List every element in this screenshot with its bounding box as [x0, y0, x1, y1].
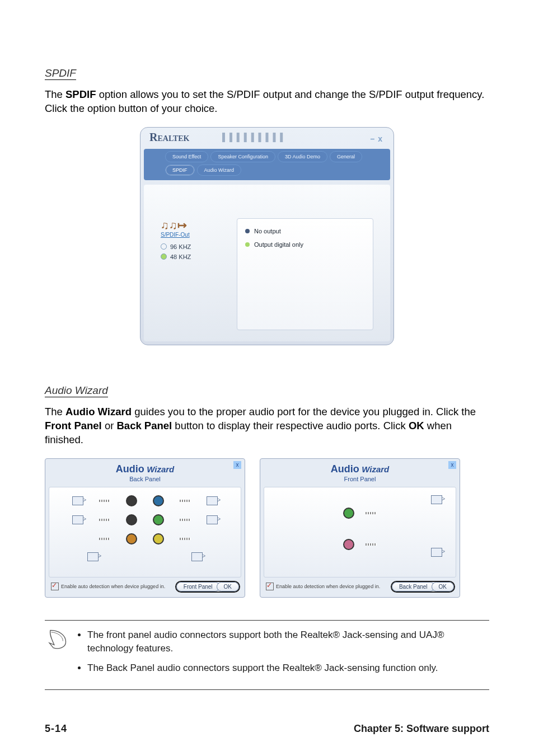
cable-icon	[99, 538, 110, 540]
checkbox-icon	[266, 583, 274, 590]
wizard-title: Audio Wizard	[260, 463, 460, 475]
note-item: The front panel audio connectors support…	[87, 628, 487, 655]
realtek-panel: Realtek ▌▌▌▌▌▌▌▌▌ – x Sound Effect Speak…	[140, 127, 394, 345]
wizard-body	[49, 487, 241, 577]
cable-icon	[180, 500, 191, 502]
wizard-subtitle: Back Panel	[45, 476, 245, 482]
auto-detect-check[interactable]: Enable auto detection when device plugge…	[51, 583, 165, 590]
footer-buttons: Back Panel OK	[392, 582, 454, 591]
section-title-audio-wizard: Audio Wizard	[45, 384, 108, 397]
text-bold: Front Panel	[45, 420, 102, 431]
wizard-row: Audio Wizard Back Panel x	[45, 458, 489, 598]
spdif-out-label[interactable]: S/PDIF-Out	[161, 232, 228, 238]
cable-icon	[99, 500, 110, 502]
text: or	[102, 420, 117, 431]
jack-orange[interactable]	[126, 533, 137, 544]
spdif-paragraph: The SPDIF option allows you to set the S…	[45, 88, 489, 116]
text: option allows you to set the S/PDIF outp…	[45, 88, 484, 114]
close-button[interactable]: x	[233, 461, 241, 469]
title-big: Audio	[331, 463, 359, 475]
jack-blue[interactable]	[153, 495, 164, 506]
opt-output-digital-only[interactable]: Output digital only	[245, 238, 365, 251]
jack-black[interactable]	[126, 495, 137, 506]
freq-label: 48 KHZ	[170, 253, 191, 260]
device-icon	[207, 515, 218, 524]
tab-sound-effect[interactable]: Sound Effect	[165, 151, 208, 162]
text: The	[45, 406, 65, 417]
device-icon	[431, 495, 442, 504]
text-bold: Audio Wizard	[65, 406, 132, 417]
back-panel-button[interactable]: Back Panel	[392, 582, 435, 591]
jack-yellow[interactable]	[153, 533, 164, 544]
freq-96[interactable]: 96 KHZ	[161, 243, 228, 250]
wizard-back-panel: Audio Wizard Back Panel x	[45, 458, 245, 598]
ok-button[interactable]: OK	[432, 582, 454, 591]
cable-icon	[99, 519, 110, 521]
wizard-footer: Enable auto detection when device plugge…	[45, 577, 245, 591]
radio-icon	[161, 243, 167, 250]
opt-no-output[interactable]: No output	[245, 224, 365, 238]
cable-icon	[180, 519, 191, 521]
text: button to display their respective audio…	[172, 420, 409, 431]
panel-body: ♫♫↦ S/PDIF-Out 96 KHZ 48 KHZ No output O…	[144, 185, 390, 341]
page-number: 5-14	[45, 723, 67, 735]
text-bold: SPDIF	[65, 88, 96, 100]
jack-pink[interactable]	[343, 539, 354, 550]
chapter-label: Chapter 5: Software support	[354, 723, 489, 735]
volume-ticks: ▌▌▌▌▌▌▌▌▌	[222, 133, 287, 142]
tab-speaker-config[interactable]: Speaker Configuration	[210, 151, 275, 162]
close-button[interactable]: x	[378, 134, 382, 143]
page-footer: 5-14 Chapter 5: Software support	[45, 723, 489, 735]
jack-black[interactable]	[126, 514, 137, 525]
close-button[interactable]: x	[448, 461, 456, 469]
tab-audio-wizard[interactable]: Audio Wizard	[197, 165, 242, 176]
tab-general[interactable]: General	[330, 151, 362, 162]
jack-green[interactable]	[153, 514, 164, 525]
radio-icon	[245, 242, 250, 247]
auto-detect-label: Enable auto detection when device plugge…	[276, 584, 380, 589]
opt-label: Output digital only	[254, 241, 303, 248]
text-bold: Back Panel	[117, 420, 172, 431]
audio-wizard-paragraph: The Audio Wizard guides you to the prope…	[45, 405, 489, 447]
device-icon	[431, 548, 442, 557]
spdif-icon: ♫♫↦	[161, 218, 228, 232]
radio-icon	[245, 229, 250, 233]
tab-bar: Sound Effect Speaker Configuration 3D Au…	[144, 149, 390, 180]
cable-icon	[366, 512, 377, 514]
wizard-title: Audio Wizard	[45, 463, 245, 475]
wizard-subtitle: Front Panel	[260, 476, 460, 482]
cable-icon	[366, 543, 377, 546]
note-list: The front panel audio connectors support…	[77, 628, 487, 682]
tab-3d-audio-demo[interactable]: 3D Audio Demo	[278, 151, 327, 162]
title-small: Wizard	[147, 464, 174, 474]
device-icon	[191, 552, 203, 561]
auto-detect-check[interactable]: Enable auto detection when device plugge…	[266, 583, 380, 590]
wizard-header: Audio Wizard Front Panel x	[260, 459, 460, 483]
text: guides you to the proper audio port for …	[132, 406, 476, 417]
cable-icon	[180, 538, 191, 540]
radio-icon	[161, 253, 167, 260]
ok-button[interactable]: OK	[217, 582, 239, 591]
freq-label: 96 KHZ	[170, 243, 191, 250]
panel-top-bar: Realtek ▌▌▌▌▌▌▌▌▌ – x	[144, 131, 390, 149]
tab-spdif[interactable]: SPDIF	[165, 165, 195, 176]
text-bold: OK	[409, 420, 424, 431]
section-title-spdif: SPDIF	[45, 67, 76, 80]
jack-green[interactable]	[343, 508, 354, 519]
minimize-button[interactable]: –	[370, 134, 374, 143]
note-icon	[47, 628, 67, 650]
note-box: The front panel audio connectors support…	[45, 620, 489, 690]
spdif-out-group: ♫♫↦ S/PDIF-Out 96 KHZ 48 KHZ	[161, 218, 228, 330]
freq-48[interactable]: 48 KHZ	[161, 253, 228, 260]
text: The	[45, 88, 65, 100]
device-icon	[72, 515, 83, 524]
front-panel-button[interactable]: Front Panel	[176, 582, 220, 591]
wizard-footer: Enable auto detection when device plugge…	[260, 577, 460, 591]
wizard-front-panel: Audio Wizard Front Panel x	[260, 458, 460, 598]
footer-buttons: Front Panel OK	[176, 582, 239, 591]
output-options: No output Output digital only	[237, 218, 373, 330]
device-icon	[207, 496, 218, 505]
title-small: Wizard	[362, 464, 389, 474]
wizard-header: Audio Wizard Back Panel x	[45, 459, 245, 483]
opt-label: No output	[254, 228, 281, 234]
